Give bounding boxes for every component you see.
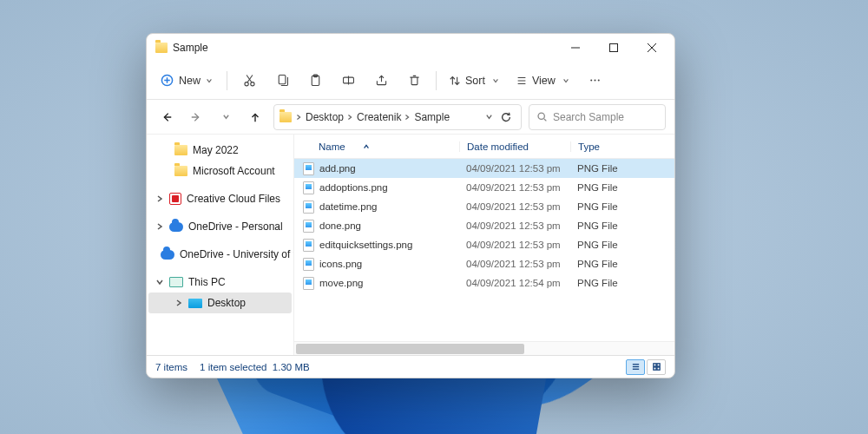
pc-icon xyxy=(169,277,183,287)
image-file-icon xyxy=(303,162,314,175)
copy-button[interactable] xyxy=(267,67,297,95)
minimize-button[interactable] xyxy=(556,35,595,61)
image-file-icon xyxy=(303,181,314,194)
file-type: PNG File xyxy=(570,201,674,212)
cut-button[interactable] xyxy=(234,67,264,95)
command-toolbar: New Sort View xyxy=(147,62,674,100)
file-list[interactable]: add.png04/09/2021 12:53 pmPNG Fileaddopt… xyxy=(294,159,674,341)
breadcrumb-item[interactable]: Desktop xyxy=(306,111,353,123)
folder-icon xyxy=(279,112,292,122)
file-date: 04/09/2021 12:53 pm xyxy=(459,240,570,250)
sidebar-item-msaccount[interactable]: Microsoft Account xyxy=(148,161,292,181)
column-name[interactable]: Name xyxy=(294,141,459,152)
sidebar-item-onedrive-personal[interactable]: OneDrive - Personal xyxy=(148,216,292,237)
sidebar-item-onedrive-uni[interactable]: OneDrive - University of t xyxy=(148,244,292,265)
svg-line-9 xyxy=(247,76,252,83)
navigation-sidebar: May 2022 Microsoft Account Creative Clou… xyxy=(147,135,294,355)
search-placeholder: Search Sample xyxy=(553,111,624,123)
close-button[interactable] xyxy=(633,35,671,61)
address-bar[interactable]: Desktop Createnik Sample xyxy=(273,104,522,130)
file-row[interactable]: datetime.png04/09/2021 12:53 pmPNG File xyxy=(294,197,674,216)
file-date: 04/09/2021 12:53 pm xyxy=(459,201,570,212)
onedrive-icon xyxy=(161,250,174,260)
breadcrumb-item[interactable]: Createnik xyxy=(357,111,411,123)
file-row[interactable]: move.png04/09/2021 12:54 pmPNG File xyxy=(294,273,674,293)
svg-line-30 xyxy=(544,119,546,121)
image-file-icon xyxy=(303,201,314,214)
file-name: icons.png xyxy=(319,259,362,269)
delete-button[interactable] xyxy=(399,67,429,95)
file-type: PNG File xyxy=(570,278,674,288)
forward-button[interactable] xyxy=(185,106,207,128)
svg-point-8 xyxy=(250,82,253,86)
file-row[interactable]: icons.png04/09/2021 12:53 pmPNG File xyxy=(294,254,674,273)
horizontal-scrollbar[interactable] xyxy=(294,341,674,355)
sidebar-item-desktop[interactable]: Desktop xyxy=(148,293,292,313)
file-type: PNG File xyxy=(570,220,674,231)
paste-button[interactable] xyxy=(300,67,330,95)
up-button[interactable] xyxy=(244,106,266,128)
file-name: done.png xyxy=(319,220,361,231)
file-type: PNG File xyxy=(570,163,674,174)
refresh-button[interactable] xyxy=(500,111,512,123)
thumbnails-view-button[interactable] xyxy=(647,359,666,375)
rename-button[interactable] xyxy=(333,67,363,95)
sidebar-item-creativecloud[interactable]: Creative Cloud Files xyxy=(148,188,292,209)
onedrive-icon xyxy=(169,222,183,232)
details-view-button[interactable] xyxy=(626,359,645,375)
file-row[interactable]: editquicksettings.png04/09/2021 12:53 pm… xyxy=(294,235,674,254)
creative-cloud-icon xyxy=(169,193,181,205)
svg-point-25 xyxy=(598,79,600,81)
folder-icon xyxy=(174,166,187,176)
back-button[interactable] xyxy=(155,106,178,128)
file-date: 04/09/2021 12:54 pm xyxy=(459,278,570,288)
recent-dropdown[interactable] xyxy=(214,106,237,128)
svg-point-23 xyxy=(591,79,593,81)
share-button[interactable] xyxy=(366,67,396,95)
svg-rect-35 xyxy=(656,364,659,366)
file-name: datetime.png xyxy=(319,201,378,212)
status-item-count: 7 items xyxy=(155,362,187,372)
file-date: 04/09/2021 12:53 pm xyxy=(459,259,570,269)
column-date[interactable]: Date modified xyxy=(459,141,570,152)
sidebar-item-may2022[interactable]: May 2022 xyxy=(148,140,292,161)
titlebar[interactable]: Sample xyxy=(147,34,674,62)
new-label: New xyxy=(179,75,201,87)
folder-icon xyxy=(155,43,168,53)
more-button[interactable] xyxy=(581,67,610,95)
svg-line-10 xyxy=(247,76,252,83)
search-input[interactable]: Search Sample xyxy=(529,104,666,130)
image-file-icon xyxy=(303,220,314,233)
file-name: move.png xyxy=(319,278,364,288)
status-selected: 1 item selected 1.30 MB xyxy=(200,362,310,372)
file-date: 04/09/2021 12:53 pm xyxy=(459,220,570,231)
file-date: 04/09/2021 12:53 pm xyxy=(459,163,570,174)
file-explorer-window: Sample New Sort View xyxy=(146,33,675,378)
breadcrumb-item[interactable]: Sample xyxy=(414,111,450,123)
search-icon xyxy=(536,111,548,122)
file-type: PNG File xyxy=(570,259,674,269)
svg-point-24 xyxy=(595,79,596,81)
new-button[interactable]: New xyxy=(154,70,220,90)
image-file-icon xyxy=(303,277,314,290)
column-type[interactable]: Type xyxy=(570,141,674,152)
file-name: editquicksettings.png xyxy=(319,240,412,250)
sidebar-item-thispc[interactable]: This PC xyxy=(148,272,292,293)
view-button[interactable]: View xyxy=(510,71,577,90)
file-name: addoptions.png xyxy=(319,182,388,193)
svg-point-29 xyxy=(538,113,544,119)
sort-label: Sort xyxy=(465,75,485,87)
sort-button[interactable]: Sort xyxy=(444,71,507,90)
file-row[interactable]: done.png04/09/2021 12:53 pmPNG File xyxy=(294,216,674,235)
svg-rect-34 xyxy=(653,364,655,366)
file-date: 04/09/2021 12:53 pm xyxy=(459,182,570,193)
desktop-icon xyxy=(188,299,202,308)
image-file-icon xyxy=(303,258,314,271)
file-row[interactable]: addoptions.png04/09/2021 12:53 pmPNG Fil… xyxy=(294,178,674,197)
window-title: Sample xyxy=(173,42,208,54)
folder-icon xyxy=(174,145,187,155)
image-file-icon xyxy=(303,239,314,252)
maximize-button[interactable] xyxy=(595,35,633,61)
file-row[interactable]: add.png04/09/2021 12:53 pmPNG File xyxy=(294,159,674,178)
chevron-down-icon[interactable] xyxy=(485,113,493,121)
